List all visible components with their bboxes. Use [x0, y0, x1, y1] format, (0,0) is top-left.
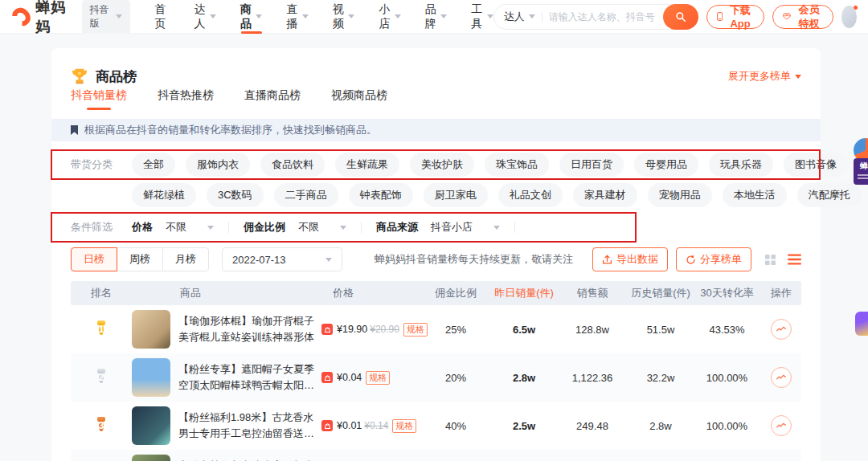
category-pill[interactable]: 二手商品 — [274, 183, 338, 207]
share-ranking-button[interactable]: 分享榜单 — [676, 247, 751, 271]
period-weekly[interactable]: 周榜 — [117, 247, 163, 271]
commission-select[interactable]: 不限 — [298, 220, 346, 235]
product-title[interactable]: 【瑜伽形体棍】瑜伽开背棍子美背棍儿童站姿训练神器形体 — [178, 313, 321, 345]
list-view-icon[interactable] — [788, 254, 801, 265]
trend-analysis-button[interactable] — [771, 415, 792, 436]
export-data-button[interactable]: 导出数据 — [592, 247, 668, 271]
version-switcher[interactable]: 抖音版 — [82, 0, 131, 34]
product-title[interactable]: 【粉丝福利1.98米】古龙香水男士专用手工皂控油留香送起泡网 — [178, 410, 321, 442]
date-picker[interactable]: 2022-07-13 — [222, 247, 342, 271]
category-pill[interactable]: 珠宝饰品 — [485, 153, 549, 177]
source-select[interactable]: 抖音小店 — [431, 220, 500, 235]
nav-item-video[interactable]: 视频 — [333, 0, 354, 34]
tab-douyin-hot-push[interactable]: 抖音热推榜 — [158, 88, 214, 110]
original-price: ¥20.90 — [370, 324, 399, 335]
category-pill[interactable]: 图书音像 — [784, 153, 848, 177]
floating-assistant-icon[interactable] — [855, 312, 868, 336]
conversion-cell: 100.00% — [693, 372, 761, 384]
vip-privilege-button[interactable]: 会员特权 — [772, 5, 833, 29]
product-title[interactable]: 【粉丝专享】遮阳帽子女夏季空顶太阳帽棒球鸭舌帽太阳帽棒... — [178, 361, 321, 394]
table-row: 1 【瑜伽形体棍】瑜伽开背棍子美背棍儿童站姿训练神器形体 ¥19.90 ¥20.… — [71, 305, 801, 353]
category-pill[interactable]: 生鲜蔬果 — [335, 153, 399, 177]
search-button[interactable] — [663, 4, 698, 30]
grid-view-icon[interactable] — [764, 254, 776, 266]
column-conversion: 30天转化率 — [693, 286, 761, 300]
commission-cell: 40% — [420, 420, 492, 432]
nav-item-shop[interactable]: 小店 — [379, 0, 400, 34]
trend-icon — [776, 420, 787, 431]
period-daily[interactable]: 日榜 — [71, 247, 117, 271]
column-yesterday-sales[interactable]: 昨日销量(件) — [492, 286, 556, 300]
douyin-shop-icon — [321, 372, 333, 383]
category-pill[interactable]: 钟表配饰 — [349, 183, 413, 207]
bronze-medal-icon: 3 — [99, 420, 104, 431]
category-pill[interactable]: 玩具乐器 — [709, 153, 773, 177]
nav-item-brand[interactable]: 品牌 — [425, 0, 447, 34]
category-pill[interactable]: 母婴用品 — [634, 153, 698, 177]
source-filter: 商品来源 抖音小店 — [376, 220, 530, 235]
search-input[interactable] — [549, 11, 663, 22]
category-pill[interactable]: 本地生活 — [723, 183, 787, 207]
category-pill[interactable]: 鲜花绿植 — [132, 183, 196, 207]
sales-amount-cell: 1,122.36 — [556, 372, 628, 384]
spec-tag[interactable]: 规格 — [392, 419, 416, 433]
topbar-right: 达人 下载App 会员特权 — [493, 4, 857, 30]
product-image[interactable] — [132, 406, 170, 445]
category-pill[interactable]: 食品饮料 — [260, 153, 325, 177]
download-app-button[interactable]: 下载App — [706, 5, 764, 29]
tab-live-products[interactable]: 直播商品榜 — [244, 88, 301, 110]
column-sales-amount: 销售额 — [556, 286, 628, 300]
spec-tag[interactable]: 规格 — [366, 371, 390, 385]
category-pill[interactable]: 美妆护肤 — [410, 153, 474, 177]
nav-item-daren[interactable]: 达人 — [194, 0, 216, 34]
product-image[interactable] — [132, 358, 170, 397]
chevron-down-icon — [340, 226, 346, 230]
product-image[interactable] — [132, 310, 170, 349]
chevron-down-icon — [348, 14, 354, 18]
category-pill[interactable]: 3C数码 — [207, 183, 264, 207]
category-filter-row-2: 鲜花绿植 3C数码 二手商品 钟表配饰 厨卫家电 礼品文创 家具建材 宠物用品 … — [71, 182, 801, 209]
table-row: 2 【粉丝专享】遮阳帽子女夏季空顶太阳帽棒球鸭舌帽太阳帽棒... ¥0.04 规… — [71, 353, 801, 402]
expand-more-rankings[interactable]: 展开更多榜单 — [728, 69, 801, 84]
yesterday-sales-cell: 6.5w — [492, 324, 556, 336]
category-pill-all[interactable]: 全部 — [132, 153, 175, 177]
floating-app-badge[interactable]: 蝉 — [854, 158, 868, 185]
price-filter: 价格 不限 — [132, 220, 244, 235]
main-nav: 首页 达人 商品 直播 视频 小店 品牌 工具 — [154, 0, 493, 34]
category-pill[interactable]: 汽配摩托 — [797, 183, 862, 207]
version-label: 抖音版 — [90, 3, 112, 31]
category-pill[interactable]: 日用百货 — [559, 153, 624, 177]
commission-cell: 25% — [420, 324, 492, 336]
nav-item-product[interactable]: 商品 — [240, 0, 262, 34]
price-select[interactable]: 不限 — [166, 220, 214, 235]
user-avatar[interactable] — [841, 6, 857, 28]
tab-video-products[interactable]: 视频商品榜 — [331, 88, 387, 110]
nav-item-tools[interactable]: 工具 — [471, 0, 493, 34]
update-notice: 蝉妈妈抖音销量榜每天持续更新，敬请关注 — [375, 252, 573, 267]
card-header: 商品榜 展开更多榜单 — [71, 48, 801, 88]
chevron-down-icon — [440, 14, 447, 18]
trend-analysis-button[interactable] — [771, 319, 792, 340]
category-filter-label: 带货分类 — [71, 157, 122, 172]
nav-item-live[interactable]: 直播 — [286, 0, 308, 34]
category-pill[interactable]: 礼品文创 — [498, 183, 563, 207]
period-monthly[interactable]: 月榜 — [162, 247, 209, 271]
product-title[interactable]: 电动车挂物包立体大容量加大挂... — [178, 458, 321, 461]
nav-item-home[interactable]: 首页 — [154, 0, 170, 34]
chevron-down-icon — [302, 14, 309, 18]
category-pill[interactable]: 服饰内衣 — [186, 153, 250, 177]
silver-medal-icon: 2 — [99, 372, 104, 383]
search-icon — [675, 11, 686, 22]
category-pill[interactable]: 厨卫家电 — [424, 183, 488, 207]
category-pill[interactable]: 宠物用品 — [648, 183, 712, 207]
current-price: ¥0.01 — [337, 420, 362, 431]
product-image[interactable] — [132, 455, 170, 461]
chevron-down-icon — [210, 14, 216, 18]
gold-medal-icon: 1 — [99, 324, 104, 335]
logo[interactable]: 蝉妈妈 — [13, 0, 71, 36]
category-pill[interactable]: 家具建材 — [573, 183, 637, 207]
search-category-select[interactable]: 达人 — [504, 10, 535, 24]
trend-analysis-button[interactable] — [771, 367, 792, 388]
sales-amount-cell: 128.8w — [556, 324, 628, 336]
tab-douyin-sales[interactable]: 抖音销量榜 — [71, 88, 127, 110]
